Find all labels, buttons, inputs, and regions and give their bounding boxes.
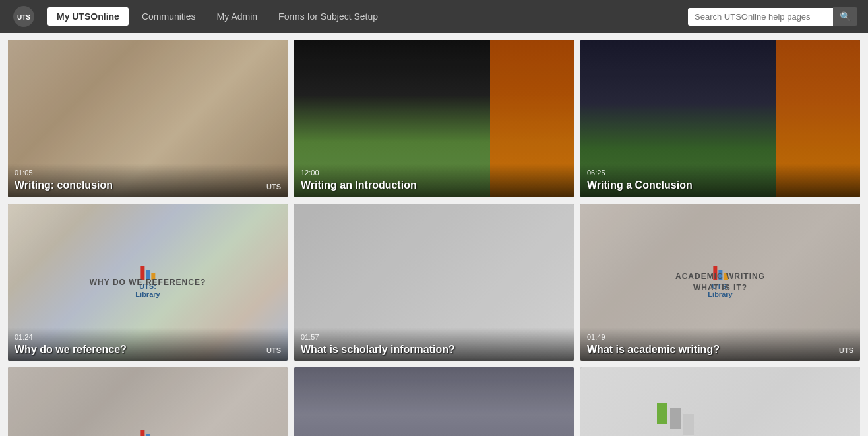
video-card-academic-writing[interactable]: UTS:Library ACADEMIC WRITINGWHAT IS IT?0… bbox=[580, 204, 860, 361]
uts-watermark: UTS bbox=[266, 183, 281, 191]
card-hover-overlay bbox=[580, 367, 860, 436]
search-bar: 🔍 bbox=[688, 7, 857, 26]
card-duration: 01:05 bbox=[15, 169, 281, 177]
card-info-bar: 12:00Writing an Introduction bbox=[294, 164, 574, 197]
video-card-web-of-science[interactable]: ■UTS UNIVERSITY OF TECHNOLOGY, SYDNEY We… bbox=[580, 367, 860, 436]
card-hover-overlay bbox=[8, 367, 288, 436]
card-info-bar: 01:57What is scholarly information? bbox=[294, 328, 574, 361]
video-card-welcome-library[interactable]: UTS:Library Welcome to the Library01:26W… bbox=[8, 367, 288, 436]
card-title: Writing: conclusion bbox=[15, 179, 281, 191]
search-input[interactable] bbox=[688, 8, 833, 26]
card-title: What is scholarly information? bbox=[301, 343, 567, 356]
uts-watermark: UTS bbox=[266, 346, 281, 354]
my-admin-link[interactable]: My Admin bbox=[209, 7, 265, 26]
forms-for-subject-setup-link[interactable]: Forms for Subject Setup bbox=[270, 7, 386, 26]
svg-text:UTS: UTS bbox=[17, 14, 30, 21]
video-card-headsup-uts[interactable]: 00:49Welcome to HeadsUp at UTS! bbox=[294, 367, 574, 436]
card-duration: 12:00 bbox=[301, 169, 567, 177]
card-info-bar: 01:05Writing: conclusion bbox=[8, 164, 288, 197]
communities-link[interactable]: Communities bbox=[134, 7, 204, 26]
brand-logo: UTS bbox=[11, 5, 37, 28]
uts-logo-icon: UTS bbox=[11, 5, 37, 28]
card-title: Why do we reference? bbox=[15, 343, 281, 356]
card-info-bar: 06:25Writing a Conclusion bbox=[580, 164, 860, 197]
card-duration: 01:24 bbox=[15, 333, 281, 341]
card-hover-overlay bbox=[294, 367, 574, 436]
video-card-scholarly-info[interactable]: 01:57What is scholarly information? bbox=[294, 204, 574, 361]
card-title: What is academic writing? bbox=[587, 343, 853, 356]
card-title: Writing an Introduction bbox=[301, 179, 567, 191]
card-duration: 06:25 bbox=[587, 169, 853, 177]
navbar: UTS My UTSOnline Communities My Admin Fo… bbox=[0, 0, 868, 33]
card-duration: 01:49 bbox=[587, 333, 853, 341]
card-info-bar: 01:49What is academic writing? bbox=[580, 328, 860, 361]
video-card-writing-conclusion[interactable]: 01:05Writing: conclusionUTS bbox=[8, 40, 288, 197]
video-card-why-reference[interactable]: UTS:Library WHY DO WE REFERENCE?01:24Why… bbox=[8, 204, 288, 361]
video-card-writing-introduction[interactable]: 12:00Writing an Introduction bbox=[294, 40, 574, 197]
card-title: Writing a Conclusion bbox=[587, 179, 853, 191]
video-card-writing-a-conclusion[interactable]: 06:25Writing a Conclusion bbox=[580, 40, 860, 197]
card-info-bar: 01:24Why do we reference? bbox=[8, 328, 288, 361]
video-grid: 01:05Writing: conclusionUTS12:00Writing … bbox=[0, 33, 868, 436]
uts-watermark: UTS bbox=[839, 346, 853, 354]
search-button[interactable]: 🔍 bbox=[833, 7, 857, 26]
my-utsonline-tab[interactable]: My UTSOnline bbox=[47, 7, 129, 26]
card-duration: 01:57 bbox=[301, 333, 567, 341]
